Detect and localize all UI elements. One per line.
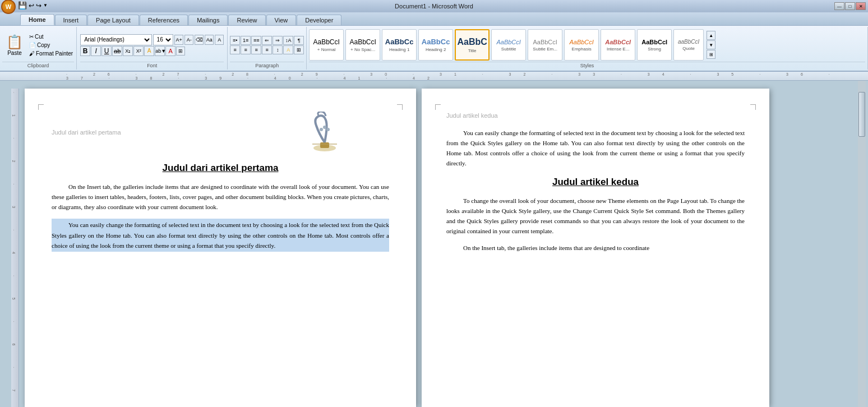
tab-view[interactable]: View	[266, 15, 297, 25]
styles-scroll-up[interactable]: ▲	[707, 31, 715, 40]
copy-button[interactable]: 📄 Copy	[28, 41, 74, 49]
page2-header: Judul artikel kedua	[446, 110, 745, 120]
italic-button[interactable]: I	[91, 46, 101, 56]
tab-page-layout[interactable]: Page Layout	[87, 15, 139, 25]
format-painter-icon: 🖌	[29, 50, 35, 57]
redo-icon[interactable]: ↪	[36, 2, 41, 10]
style-strong[interactable]: AaBbCcI Strong	[637, 29, 672, 61]
document-title: Document1 - Microsoft Word	[395, 3, 473, 10]
decrease-indent-button[interactable]: ⇐	[262, 36, 272, 45]
page1-title: Judul dari artikel pertama	[52, 163, 389, 174]
bullets-button[interactable]: ≡•	[230, 36, 240, 45]
paragraph-group: ≡• 1≡ ≡≡ ⇐ ⇒ ↕A ¶ ≡ ≡ ≡ ≡ ↕ A ⊞ Paragrap…	[228, 27, 307, 70]
cut-button[interactable]: ✂ Cut	[28, 33, 74, 40]
page-1: Judul dari artikel pertama Judul dari ar…	[25, 89, 416, 407]
align-center-button[interactable]: ≡	[241, 45, 251, 54]
align-left-button[interactable]: ≡	[230, 45, 240, 54]
styles-group: AaBbCcI + Normal AaBbCcI + No Spac... Aa…	[307, 27, 868, 70]
subscript-button[interactable]: X₂	[123, 46, 133, 56]
document-area: · 1 · 2 · 3 · 4 · 5 · 6 · 7 · 8 · 9 · 10…	[0, 81, 868, 407]
sort-button[interactable]: ↕A	[283, 36, 293, 45]
superscript-button[interactable]: X²	[133, 46, 144, 56]
undo-icon[interactable]: ↩	[29, 2, 34, 10]
corner-tl	[38, 104, 44, 110]
scrollbar-thumb[interactable]	[858, 92, 865, 137]
font-dialog-button[interactable]: ⊞	[176, 47, 185, 55]
page1-para1: On the Insert tab, the galleries include…	[52, 182, 389, 212]
shading-button[interactable]: A	[283, 45, 293, 54]
tab-insert[interactable]: Insert	[55, 15, 87, 25]
style-normal[interactable]: AaBbCcI + Normal	[309, 29, 344, 61]
ruler: · 1 · 2 · 3 · 4 · 5 · 6 · 7 · 8 · 9 · 10…	[0, 72, 868, 81]
page2-corner-tr	[750, 104, 756, 110]
highlight-button[interactable]: ab▼	[155, 46, 165, 56]
font-size-select[interactable]: 16	[153, 34, 173, 45]
font-format-button[interactable]: A	[215, 35, 224, 45]
save-icon[interactable]: 💾	[18, 1, 27, 10]
copy-icon: 📄	[29, 42, 36, 48]
window-controls: — □ ✕	[834, 2, 866, 10]
font-family-select[interactable]: Arial (Headings)	[80, 34, 152, 45]
numbering-button[interactable]: 1≡	[241, 36, 251, 45]
page1-para2: You can easily change the formatting of …	[52, 219, 389, 251]
tab-review[interactable]: Review	[228, 15, 265, 25]
style-intense-e[interactable]: AaBbCcI Intense E...	[601, 29, 635, 61]
style-subtle-em[interactable]: AaBbCcI Subtle Em...	[528, 29, 562, 61]
trumpet-image	[305, 110, 344, 155]
bold-button[interactable]: B	[80, 46, 90, 56]
page-2: Judul artikel kedua You can easily chang…	[422, 89, 769, 407]
tab-bar: Home Insert Page Layout References Maili…	[0, 12, 868, 26]
clear-format-button[interactable]: ⌫	[195, 35, 204, 45]
font-decrease-button[interactable]: A-	[184, 35, 193, 45]
page2-header-text: Judul artikel kedua	[446, 112, 498, 119]
line-spacing-button[interactable]: ↕	[273, 45, 283, 54]
format-painter-button[interactable]: 🖌 Format Painter	[28, 50, 74, 57]
style-no-space[interactable]: AaBbCcI + No Spac...	[345, 29, 380, 61]
page1-header: Judul dari artikel pertama	[52, 110, 389, 155]
minimize-button[interactable]: —	[834, 2, 844, 10]
styles-scroll-down[interactable]: ▼	[707, 40, 715, 49]
page2-corner-tl	[435, 104, 441, 110]
multilevel-button[interactable]: ≡≡	[251, 36, 261, 45]
svg-point-2	[323, 126, 326, 129]
close-button[interactable]: ✕	[856, 2, 866, 10]
corner-tr	[397, 104, 403, 110]
vertical-ruler: · 1 · 2 · 3 · 4 · 5 · 6 · 7 · 8 · 9 · 10…	[11, 89, 19, 407]
styles-group-label: Styles	[309, 62, 865, 68]
style-emphasis[interactable]: AaBbCcI Emphasis	[564, 29, 599, 61]
style-heading2[interactable]: AaBbCc Heading 2	[418, 29, 453, 61]
underline-button[interactable]: U	[101, 46, 112, 56]
page2-para2: On the Insert tab, the galleries include…	[446, 243, 745, 253]
styles-expand[interactable]: ⊞	[707, 50, 715, 59]
clipboard-group: 📋 Paste ✂ Cut 📄 Copy 🖌 Format Painter	[0, 27, 77, 70]
tab-mailings[interactable]: Mailings	[188, 15, 228, 25]
text-effects-button[interactable]: A	[144, 46, 154, 56]
ruler-markings: · 1 · 2 · 3 · 4 · 5 · 6 · 7 · 8 · 9 · 10…	[10, 72, 868, 80]
font-color-button[interactable]: A	[165, 46, 176, 56]
tab-developer[interactable]: Developer	[297, 15, 341, 25]
style-quote[interactable]: aaBbCcI Quote	[673, 29, 704, 61]
title-bar: W 💾 ↩ ↪ ▼ Document1 - Microsoft Word — □…	[0, 0, 868, 12]
ribbon: 📋 Paste ✂ Cut 📄 Copy 🖌 Format Painter	[0, 26, 868, 72]
align-right-button[interactable]: ≡	[251, 45, 261, 54]
tab-home[interactable]: Home	[20, 14, 54, 25]
style-heading1[interactable]: AaBbCc Heading 1	[382, 29, 417, 61]
font-aa-button[interactable]: Aa	[205, 35, 214, 45]
strikethrough-button[interactable]: ab	[112, 46, 122, 56]
page2-intro: You can easily change the formatting of …	[446, 128, 745, 169]
page2-title: Judul artikel kedua	[446, 177, 745, 188]
increase-indent-button[interactable]: ⇒	[273, 36, 283, 45]
style-title[interactable]: AaBbC Title	[455, 29, 490, 61]
office-button[interactable]: W	[1, 0, 16, 14]
style-subtitle[interactable]: AaBbCcI Subtitle	[491, 29, 526, 61]
vertical-scrollbar[interactable]	[858, 81, 866, 407]
dropdown-icon[interactable]: ▼	[43, 3, 48, 8]
borders-button[interactable]: ⊞	[294, 45, 304, 54]
justify-button[interactable]: ≡	[262, 45, 272, 54]
page2-para1: To change the overall look of your docum…	[446, 196, 745, 237]
font-increase-button[interactable]: A+	[174, 35, 183, 45]
maximize-button[interactable]: □	[845, 2, 855, 10]
show-hide-button[interactable]: ¶	[294, 36, 304, 45]
tab-references[interactable]: References	[140, 15, 188, 25]
paste-button[interactable]: 📋 Paste	[2, 28, 27, 62]
